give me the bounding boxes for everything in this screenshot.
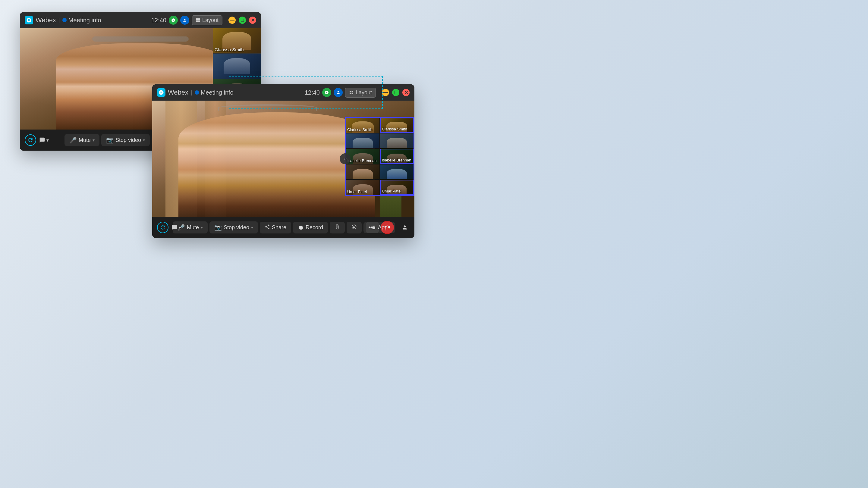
- large-video-container: Clarissa Smith Clarissa Smith: [152, 101, 414, 217]
- small-titlebar-icons: [169, 16, 189, 25]
- large-share-label: Share: [272, 224, 286, 231]
- large-separator: |: [191, 90, 192, 96]
- large-mute-label: Mute: [187, 224, 199, 231]
- small-video-icon: 📷: [106, 136, 114, 144]
- small-meeting-info-label: Meeting info: [68, 17, 101, 24]
- large-activity-icons: ▾: [157, 222, 181, 233]
- large-close-btn[interactable]: ✕: [402, 89, 410, 96]
- large-app-name: Webex: [168, 89, 188, 96]
- large-grid-name-1: Clarissa Smith: [347, 127, 373, 132]
- large-record-label: Record: [306, 224, 323, 231]
- large-meeting-window[interactable]: Webex | Meeting info 12:40 Layout — □ ✕: [152, 84, 414, 238]
- large-grid-name-2: Clarissa Smith: [382, 127, 407, 131]
- large-chat-arrow: ▾: [179, 225, 181, 230]
- large-grid-tile-7[interactable]: [346, 164, 379, 180]
- small-participant-name-1: Clarissa Smith: [215, 47, 244, 52]
- large-grid-tile-5[interactable]: Isabelle Brennan: [346, 149, 379, 164]
- large-time: 12:40: [305, 89, 320, 96]
- large-participant-btn[interactable]: [400, 223, 410, 232]
- small-layout-btn[interactable]: Layout: [192, 15, 222, 25]
- small-meeting-dot: [62, 18, 67, 22]
- small-mute-label: Mute: [79, 137, 91, 143]
- large-meeting-info-btn[interactable]: Meeting info: [195, 89, 234, 96]
- large-titlebar: Webex | Meeting info 12:40 Layout — □ ✕: [152, 84, 414, 101]
- large-maximize-btn[interactable]: □: [392, 89, 399, 96]
- large-apps-label: Apps: [378, 224, 390, 231]
- large-record-icon: ⏺: [298, 224, 304, 231]
- small-status-icon-blue: [180, 16, 189, 25]
- large-grid-tile-3[interactable]: [346, 133, 379, 149]
- large-layout-btn[interactable]: Layout: [345, 88, 376, 98]
- large-apps-btn[interactable]: Apps: [366, 222, 395, 233]
- large-webex-logo: [157, 88, 165, 97]
- large-mute-dropdown: ▾: [201, 225, 203, 230]
- small-video-dropdown: ▾: [143, 138, 145, 142]
- large-minimize-btn[interactable]: —: [382, 89, 389, 96]
- small-mute-icon: 🎤: [69, 136, 77, 144]
- small-maximize-btn[interactable]: □: [239, 17, 246, 24]
- small-chat-btn[interactable]: ▾: [39, 137, 49, 143]
- large-grid-tile-10[interactable]: Umar Patel: [380, 180, 413, 195]
- large-status-icon-blue: [334, 88, 343, 97]
- small-titlebar: Webex | Meeting info 12:40 Layout — □ ✕: [20, 12, 261, 28]
- small-app-name: Webex: [36, 16, 56, 24]
- small-window-controls[interactable]: — □ ✕: [228, 17, 256, 24]
- large-grid-name-10: Umar Patel: [382, 189, 401, 193]
- large-video-icon: 📷: [214, 224, 222, 231]
- large-status-icon-green: [322, 88, 331, 97]
- small-webex-logo: [25, 16, 33, 24]
- large-meeting-dot: [195, 90, 199, 95]
- small-meeting-info-btn[interactable]: Meeting info: [62, 17, 101, 24]
- large-emoji-btn[interactable]: [347, 222, 362, 233]
- large-activity-icon[interactable]: [157, 222, 168, 233]
- small-activity-icons: ▾: [25, 134, 49, 146]
- small-activity-icon[interactable]: [25, 134, 36, 146]
- large-grid-tile-2[interactable]: Clarissa Smith: [380, 118, 413, 133]
- large-grid-tile-1[interactable]: Clarissa Smith: [346, 118, 379, 133]
- large-chat-btn[interactable]: ▾: [172, 224, 181, 230]
- small-chat-arrow: ▾: [46, 137, 49, 143]
- large-share-icon: [265, 224, 270, 231]
- large-grid-name-5: Isabelle Brennan: [347, 158, 377, 163]
- large-meeting-info-label: Meeting info: [201, 89, 234, 96]
- large-grid-name-6: Isabelle Brennan: [382, 158, 411, 162]
- large-toolbar: ▾ 🎤 Mute ▾ 📷 Stop video ▾ Share ⏺ Record: [152, 217, 414, 238]
- large-video-dropdown: ▾: [251, 225, 253, 230]
- large-titlebar-icons: [322, 88, 343, 97]
- large-grid-tile-9[interactable]: Umar Patel: [346, 180, 379, 195]
- small-status-icon-green: [169, 16, 178, 25]
- large-share-btn[interactable]: Share: [260, 222, 291, 233]
- large-layout-label: Layout: [355, 90, 372, 96]
- large-video-btn[interactable]: 📷 Stop video ▾: [210, 221, 258, 233]
- small-video-btn[interactable]: 📷 Stop video ▾: [101, 134, 150, 146]
- large-attachment-btn[interactable]: [330, 222, 345, 233]
- large-grid-tile-4[interactable]: [380, 133, 413, 149]
- small-video-label: Stop video: [116, 137, 141, 143]
- large-record-btn[interactable]: ⏺ Record: [293, 222, 328, 233]
- large-video-label: Stop video: [224, 224, 249, 231]
- large-grid-name-9: Umar Patel: [347, 190, 367, 194]
- resize-handle[interactable]: ↔: [340, 153, 350, 164]
- small-minimize-btn[interactable]: —: [228, 17, 236, 24]
- small-time: 12:40: [151, 17, 166, 24]
- small-participant-tile-1[interactable]: Clarissa Smith: [213, 28, 261, 54]
- large-emoji-icon: [351, 224, 357, 231]
- small-layout-label: Layout: [202, 17, 218, 24]
- small-mute-dropdown: ▾: [93, 138, 95, 142]
- large-grid-tile-6[interactable]: Isabelle Brennan: [380, 149, 413, 164]
- small-separator: |: [59, 17, 60, 24]
- large-attachment-icon: [335, 224, 340, 231]
- small-close-btn[interactable]: ✕: [249, 17, 256, 24]
- large-grid-tile-8[interactable]: [380, 164, 413, 180]
- small-mute-btn[interactable]: 🎤 Mute ▾: [64, 134, 99, 146]
- large-grid-sidebar[interactable]: Clarissa Smith Clarissa Smith: [345, 117, 414, 196]
- large-window-controls[interactable]: — □ ✕: [382, 89, 410, 96]
- large-right-toolbar: Apps: [366, 222, 410, 233]
- small-participant-tile-2[interactable]: [213, 54, 261, 79]
